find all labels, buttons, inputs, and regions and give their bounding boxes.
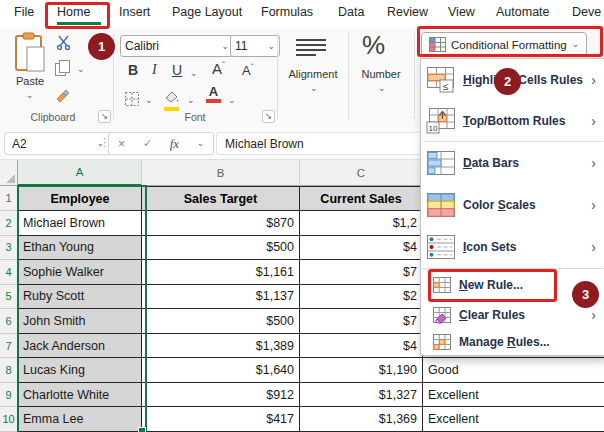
- percent-icon[interactable]: %: [362, 30, 385, 61]
- number-group-button[interactable]: Number: [352, 68, 410, 80]
- alignment-chevron[interactable]: ⌄: [310, 84, 318, 93]
- alignment-lines-icon[interactable]: [296, 36, 326, 59]
- cell-c8[interactable]: $1,190: [300, 358, 423, 383]
- cancel-icon[interactable]: ×: [118, 136, 126, 151]
- fill-color-icon[interactable]: [164, 89, 180, 111]
- function-chevron[interactable]: ⌄: [197, 139, 205, 148]
- grow-font-button[interactable]: Aˆ: [212, 61, 225, 76]
- font-dialog-launcher-icon[interactable]: ↘: [262, 110, 275, 123]
- font-color-dropdown-chevron[interactable]: ⌄: [228, 96, 236, 105]
- row-header-6[interactable]: 6: [0, 309, 18, 334]
- cell-c10[interactable]: $1,369: [300, 407, 423, 432]
- cell-a9[interactable]: Charlotte White: [18, 383, 142, 408]
- column-header-a[interactable]: A: [18, 160, 142, 186]
- cell-c4[interactable]: $7: [300, 260, 423, 285]
- copy-icon[interactable]: [54, 59, 72, 77]
- conditional-formatting-button[interactable]: Conditional Formatting ⌄: [421, 32, 587, 57]
- cell-b9[interactable]: $912: [142, 383, 300, 408]
- bold-button[interactable]: B: [128, 63, 138, 77]
- cell-c5[interactable]: $2: [300, 285, 423, 310]
- number-chevron[interactable]: ⌄: [378, 84, 386, 93]
- tab-page-layout[interactable]: Page Layout: [172, 5, 242, 19]
- menu-item-color-scales[interactable]: Color Scales ›: [421, 184, 604, 226]
- cut-scissors-icon[interactable]: [56, 35, 72, 51]
- column-header-c[interactable]: C: [300, 160, 423, 186]
- tab-home[interactable]: Home: [57, 5, 90, 19]
- row-header-7[interactable]: 7: [0, 334, 18, 359]
- menu-item-icon-sets[interactable]: Icon Sets ›: [421, 226, 604, 268]
- row-header-10[interactable]: 10: [0, 407, 18, 432]
- fill-color-dropdown-chevron[interactable]: ⌄: [187, 96, 195, 105]
- menu-item-label: Clear Rules: [459, 308, 591, 322]
- cell-b7[interactable]: $1,389: [142, 334, 300, 359]
- font-name-combo[interactable]: Calibri ⌄: [120, 35, 234, 57]
- copy-dropdown-chevron[interactable]: ⌄: [77, 65, 85, 74]
- menu-item-top-bottom-rules[interactable]: 10 Top/Bottom Rules ›: [421, 100, 604, 141]
- row-header-2[interactable]: 2: [0, 211, 18, 236]
- cell-a3[interactable]: Ethan Young: [18, 236, 142, 261]
- font-color-icon[interactable]: A: [206, 85, 221, 103]
- font-size-combo[interactable]: 11 ⌄: [230, 35, 280, 57]
- paste-dropdown-chevron[interactable]: ⌄: [26, 91, 34, 100]
- cell-c9[interactable]: $1,327: [300, 383, 423, 408]
- cell-b5[interactable]: $1,137: [142, 285, 300, 310]
- cell-c2[interactable]: $1,2: [300, 211, 423, 236]
- column-header-b[interactable]: B: [142, 160, 300, 186]
- tab-view[interactable]: View: [448, 5, 475, 19]
- clipboard-dialog-launcher-icon[interactable]: ↘: [98, 110, 111, 123]
- tab-review[interactable]: Review: [387, 5, 428, 19]
- cell-b10[interactable]: $417: [142, 407, 300, 432]
- shrink-font-button[interactable]: Aˇ: [242, 63, 254, 77]
- cell-a6[interactable]: John Smith: [18, 309, 142, 334]
- cell-b3[interactable]: $500: [142, 236, 300, 261]
- cell-a1[interactable]: Employee: [18, 186, 142, 211]
- select-all-corner[interactable]: [0, 160, 18, 186]
- paste-button[interactable]: Paste: [10, 75, 50, 87]
- cell-a2[interactable]: Michael Brown: [18, 211, 142, 236]
- tab-insert[interactable]: Insert: [119, 5, 150, 19]
- cell-a7[interactable]: Jack Anderson: [18, 334, 142, 359]
- underline-dropdown-chevron[interactable]: ⌄: [190, 69, 198, 78]
- tab-developer[interactable]: Deve: [572, 5, 601, 19]
- tab-file[interactable]: File: [14, 5, 34, 19]
- cell-c1[interactable]: Current Sales: [300, 186, 423, 211]
- cell-a5[interactable]: Ruby Scott: [18, 285, 142, 310]
- format-painter-icon[interactable]: [54, 85, 72, 103]
- row-header-1[interactable]: 1: [0, 186, 18, 211]
- cell-c3[interactable]: $4: [300, 236, 423, 261]
- cell-b1[interactable]: Sales Target: [142, 186, 300, 211]
- row-header-3[interactable]: 3: [0, 236, 18, 261]
- cell-c7[interactable]: $4: [300, 334, 423, 359]
- cell-d10[interactable]: Excellent: [423, 407, 604, 432]
- alignment-group-button[interactable]: Alignment: [282, 68, 344, 80]
- row-header-8[interactable]: 8: [0, 358, 18, 383]
- cell-b2[interactable]: $870: [142, 211, 300, 236]
- cell-c6[interactable]: $7: [300, 309, 423, 334]
- tab-automate[interactable]: Automate: [496, 5, 550, 19]
- underline-button[interactable]: U: [172, 63, 182, 77]
- paste-clipboard-icon[interactable]: [13, 32, 47, 74]
- cell-b8[interactable]: $1,640: [142, 358, 300, 383]
- cell-d9[interactable]: Excellent: [423, 383, 604, 408]
- cell-d8[interactable]: Good: [423, 358, 604, 383]
- tab-data[interactable]: Data: [338, 5, 364, 19]
- row-header-4[interactable]: 4: [0, 260, 18, 285]
- fill-handle[interactable]: [138, 427, 146, 432]
- menu-item-data-bars[interactable]: Data Bars ›: [421, 142, 604, 184]
- tab-formulas[interactable]: Formulas: [261, 5, 313, 19]
- row-header-9[interactable]: 9: [0, 383, 18, 408]
- borders-icon[interactable]: [124, 91, 140, 107]
- cell-a8[interactable]: Lucas King: [18, 358, 142, 383]
- insert-function-icon[interactable]: fx: [170, 136, 179, 152]
- cell-a4[interactable]: Sophie Walker: [18, 260, 142, 285]
- formula-buttons: × ✓ fx ⌄: [108, 132, 214, 155]
- cell-b4[interactable]: $1,161: [142, 260, 300, 285]
- cell-a10[interactable]: Emma Lee: [18, 407, 142, 432]
- cell-b6[interactable]: $500: [142, 309, 300, 334]
- borders-dropdown-chevron[interactable]: ⌄: [145, 96, 153, 105]
- enter-check-icon[interactable]: ✓: [143, 137, 152, 150]
- row-header-5[interactable]: 5: [0, 285, 18, 310]
- name-box[interactable]: A2 ⌄: [4, 132, 112, 155]
- menu-item-manage-rules[interactable]: Manage Rules...: [421, 329, 604, 355]
- italic-button[interactable]: I: [152, 63, 157, 77]
